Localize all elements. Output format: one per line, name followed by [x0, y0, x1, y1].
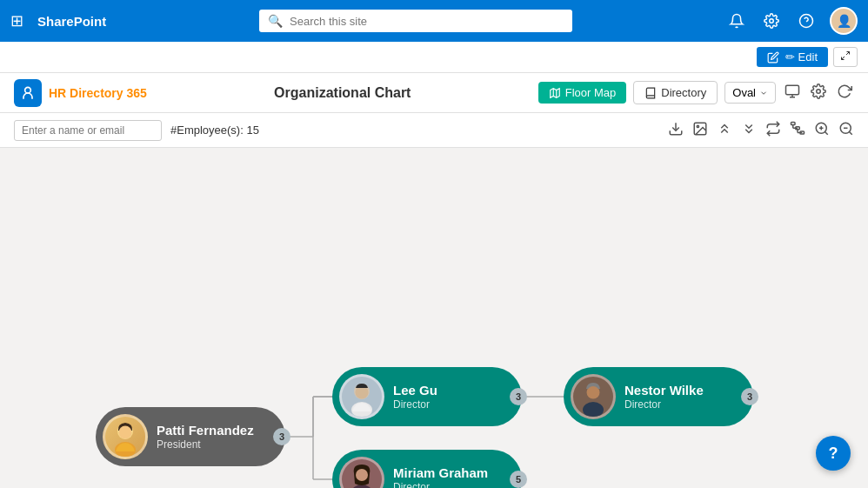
nestor-info: Nestor Wilke Director: [624, 383, 704, 411]
header-actions: Floor Map Directory Oval: [538, 81, 854, 104]
node-patti-fernandez[interactable]: Patti Fernandez President 3: [96, 407, 285, 466]
patti-name: Patti Fernandez: [157, 423, 254, 438]
leegu-badge: 3: [510, 388, 527, 405]
user-avatar[interactable]: 👤: [830, 7, 858, 35]
expand-button[interactable]: [833, 47, 858, 67]
search-bar[interactable]: 🔍: [259, 10, 572, 32]
svg-point-48: [587, 386, 599, 398]
app-header: HR Directory 365 Organizational Chart Fl…: [0, 73, 868, 113]
svg-line-24: [825, 131, 827, 134]
svg-line-3: [846, 52, 850, 56]
search-input[interactable]: [290, 15, 564, 28]
patti-info: Patti Fernandez President: [157, 423, 254, 451]
search-icon: 🔍: [268, 14, 283, 28]
miriam-badge: 5: [510, 471, 527, 488]
logo-icon: [14, 79, 42, 107]
svg-point-5: [25, 87, 31, 93]
hierarchy-icon[interactable]: [790, 121, 805, 140]
miriam-avatar: [339, 457, 384, 488]
settings-icon[interactable]: [760, 10, 783, 32]
top-navigation: ⊞ SharePoint 🔍 👤: [0, 0, 868, 42]
miriam-info: Miriam Graham Director: [393, 465, 488, 488]
toolbar: #Employee(s): 15: [0, 113, 868, 148]
shape-label: Oval: [732, 86, 756, 99]
svg-point-47: [583, 402, 604, 417]
leegu-name: Lee Gu: [393, 383, 437, 398]
svg-point-39: [119, 426, 132, 439]
monitor-icon[interactable]: [783, 82, 802, 104]
miriam-name: Miriam Graham: [393, 465, 488, 481]
edit-button[interactable]: ✏ Edit: [757, 47, 828, 67]
zoom-in-icon[interactable]: [814, 121, 830, 140]
nestor-badge: 3: [741, 388, 758, 405]
nestor-title: Director: [624, 398, 704, 411]
chart-area: Patti Fernandez President 3 Lee Gu Direc…: [0, 148, 868, 488]
leegu-avatar: [339, 374, 384, 419]
app-name: SharePoint: [37, 14, 106, 29]
edit-bar: ✏ Edit: [0, 42, 868, 73]
svg-point-15: [697, 125, 698, 127]
toolbar-right: [668, 121, 854, 140]
svg-rect-9: [786, 85, 799, 95]
patti-avatar: [103, 414, 148, 459]
miriam-title: Director: [393, 481, 488, 488]
svg-point-12: [817, 89, 821, 93]
waffle-icon[interactable]: ⊞: [10, 11, 23, 30]
node-nestor-wilke[interactable]: Nestor Wilke Director 3: [564, 367, 753, 426]
node-miriam-graham[interactable]: Miriam Graham Director 5: [332, 450, 522, 488]
help-nav-icon[interactable]: [795, 10, 818, 32]
svg-line-4: [842, 57, 845, 60]
node-lee-gu[interactable]: Lee Gu Director 3: [332, 367, 522, 426]
help-button[interactable]: ?: [816, 436, 851, 471]
collapse-all-icon[interactable]: [717, 121, 732, 140]
svg-marker-6: [550, 88, 559, 97]
name-email-input[interactable]: [14, 120, 162, 141]
svg-rect-16: [791, 122, 796, 124]
patti-badge: 3: [273, 428, 290, 445]
app-logo: HR Directory 365: [14, 79, 147, 107]
download-icon[interactable]: [668, 121, 684, 140]
notification-icon[interactable]: [725, 10, 748, 32]
page-title: Organizational Chart: [157, 85, 528, 101]
nestor-avatar: [571, 374, 616, 419]
header-gear-icon[interactable]: [809, 82, 828, 104]
zoom-out-icon[interactable]: [838, 121, 854, 140]
leegu-info: Lee Gu Director: [393, 383, 437, 411]
svg-line-28: [849, 131, 851, 134]
expand-all-icon[interactable]: [741, 121, 757, 140]
patti-title: President: [157, 438, 254, 451]
directory-button[interactable]: Directory: [633, 81, 718, 104]
shape-select[interactable]: Oval: [724, 82, 776, 104]
svg-point-45: [356, 469, 368, 481]
leegu-title: Director: [393, 398, 437, 411]
directory-label: Directory: [661, 86, 706, 99]
nestor-name: Nestor Wilke: [624, 383, 704, 398]
svg-point-0: [770, 19, 774, 23]
topbar-icons: 👤: [725, 7, 858, 35]
image-export-icon[interactable]: [692, 121, 708, 140]
employee-count: #Employee(s): 15: [170, 124, 259, 137]
floor-map-label: Floor Map: [565, 86, 617, 99]
floor-map-button[interactable]: Floor Map: [538, 82, 627, 104]
refresh-icon[interactable]: [835, 82, 854, 104]
loop-icon[interactable]: [765, 121, 781, 140]
logo-text: HR Directory 365: [49, 86, 147, 100]
